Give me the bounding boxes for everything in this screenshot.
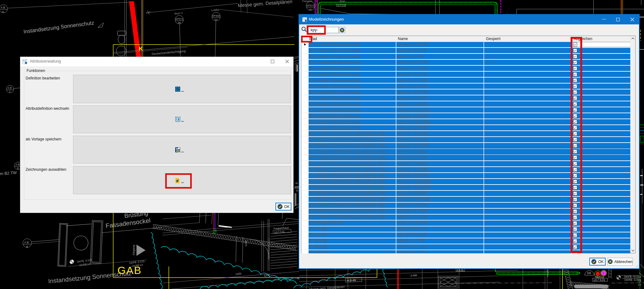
svg-text:7: 7 — [9, 90, 11, 93]
svg-text:A B: A B — [24, 241, 29, 244]
svg-text:A B-49: A B-49 — [347, 278, 356, 282]
svg-text:02: 02 — [309, 8, 312, 11]
svg-text:Shop: Shop — [339, 0, 345, 3]
svg-text:SPS71: SPS71 — [176, 18, 183, 20]
svg-text:A B: A B — [1, 6, 5, 9]
svg-text:8: 8 — [17, 167, 19, 170]
svg-text:SPS72: SPS72 — [307, 4, 315, 7]
svg-text:L0.7 S.01: L0.7 S.01 — [594, 278, 605, 281]
svg-text:3.488: 3.488 — [410, 274, 417, 277]
svg-text:01: 01 — [296, 190, 299, 192]
svg-text:OKFB +0.015: OKFB +0.015 — [624, 275, 641, 278]
svg-text:L0.2 S.02: L0.2 S.02 — [337, 4, 346, 7]
svg-text:A B: A B — [7, 86, 12, 89]
svg-text:M2356: M2356 — [546, 269, 549, 276]
svg-text:6: 6 — [603, 272, 604, 275]
svg-text:SPS52: SPS52 — [212, 14, 220, 17]
svg-text:35: 35 — [178, 21, 181, 24]
svg-text:1200: 1200 — [244, 241, 248, 247]
svg-text:K: K — [139, 45, 143, 52]
svg-text:A B-50: A B-50 — [457, 269, 464, 271]
svg-text:9: 9 — [26, 245, 28, 248]
svg-text:1200: 1200 — [235, 272, 241, 276]
svg-text:6-5: 6-5 — [638, 284, 641, 286]
svg-text:6: 6 — [2, 10, 4, 13]
svg-text:01: 01 — [215, 18, 218, 21]
svg-text:Eingang: Eingang — [132, 245, 135, 255]
svg-text:OKRB -0.065: OKRB -0.065 — [624, 278, 641, 281]
svg-text:A B: A B — [16, 163, 20, 166]
svg-text:D9: D9 — [587, 271, 591, 275]
svg-text:Treppenh.: Treppenh. — [302, 0, 313, 3]
